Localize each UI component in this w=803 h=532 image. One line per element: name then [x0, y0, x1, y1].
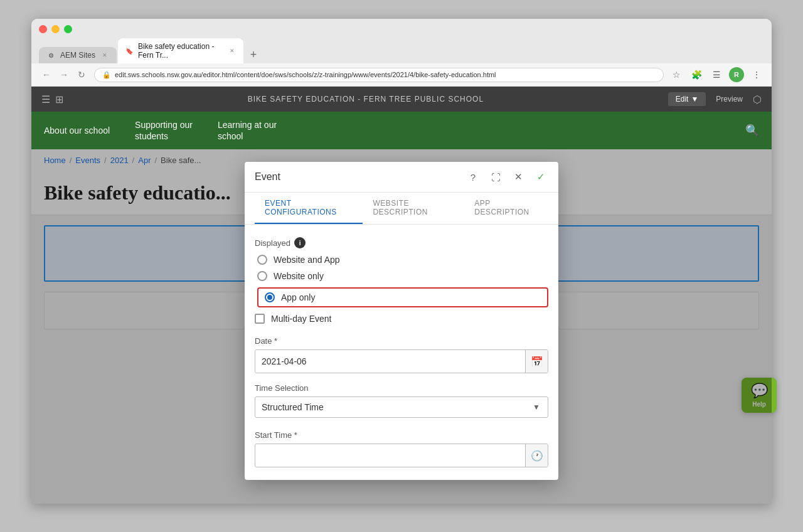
more-options-icon[interactable]: ⋮	[749, 67, 764, 82]
date-input-wrapper: 📅	[255, 349, 548, 373]
time-selection-value: Structured Time	[255, 397, 525, 417]
radio-label-website-only: Website only	[274, 271, 324, 281]
bike-tab-close[interactable]: ✕	[229, 46, 236, 55]
modal-title: Event	[255, 171, 280, 183]
radio-app-only-wrapper: App only	[257, 287, 548, 307]
modal-tabs: EVENT CONFIGURATIONS WEBSITE DESCRIPTION…	[245, 193, 558, 225]
forward-button[interactable]: →	[56, 67, 72, 82]
multiday-label: Multi-day Event	[271, 314, 331, 324]
edit-label: Edit	[676, 95, 689, 104]
displayed-field-group: Displayed i Website and App	[255, 237, 548, 324]
edit-arrow-icon: ▼	[691, 95, 698, 104]
clock-icon[interactable]: 🕐	[525, 444, 548, 467]
start-time-input[interactable]	[255, 445, 525, 466]
modal-header: Event ? ⛶ ✕ ✓	[245, 162, 558, 193]
start-time-input-wrapper: 🕐	[255, 444, 548, 467]
sidebar-toggle-icon[interactable]: ☰	[41, 93, 50, 105]
bike-tab-label: Bike safety education - Fern Tr...	[138, 42, 224, 60]
aem-tab-label: AEM Sites	[60, 51, 95, 60]
time-selection-label: Time Selection	[255, 383, 548, 393]
settings-icon[interactable]: ⊞	[55, 93, 63, 105]
url-text: edit.sws.schools.nsw.gov.au/editor.html/…	[115, 71, 496, 78]
radio-inner-app-only	[267, 295, 272, 300]
toolbar-right: ☆ 🧩 ☰ R ⋮	[669, 67, 764, 82]
browser-window: ⚙ AEM Sites ✕ 🔖 Bike safety education - …	[31, 19, 772, 504]
cms-toolbar-left: ☰ ⊞	[41, 93, 63, 105]
date-label: Date *	[255, 336, 548, 346]
traffic-lights	[39, 25, 764, 33]
user-avatar[interactable]: R	[729, 67, 744, 82]
bookmark-icon[interactable]: ☆	[669, 67, 684, 82]
radio-app-only[interactable]: App only	[265, 292, 315, 302]
radio-label-website-and-app: Website and App	[274, 255, 340, 265]
date-field: Date * 📅	[255, 336, 548, 373]
new-tab-button[interactable]: +	[245, 46, 262, 63]
cms-toolbar: ☰ ⊞ BIKE SAFETY EDUCATION - FERN TREE PU…	[31, 87, 772, 112]
refresh-button[interactable]: ↻	[74, 67, 89, 82]
displayed-label: Displayed i	[255, 237, 548, 248]
tabs-bar: ⚙ AEM Sites ✕ 🔖 Bike safety education - …	[39, 38, 764, 63]
info-icon[interactable]: i	[294, 237, 306, 248]
maximize-window-button[interactable]	[64, 25, 72, 33]
search-icon[interactable]: 🔍	[745, 124, 759, 137]
tab-website-description[interactable]: WEBSITE DESCRIPTION	[363, 193, 464, 224]
modal-overlay: Event ? ⛶ ✕ ✓ EVENT CONFIGURATIONS WEBSI…	[31, 149, 772, 504]
share-icon[interactable]: ⬡	[753, 93, 762, 105]
radio-circle-app-only	[265, 292, 275, 302]
checkbox-box-multiday	[255, 314, 265, 324]
time-selection-field: Time Selection Structured Time ▼	[255, 383, 548, 418]
lock-icon: 🔒	[102, 71, 111, 79]
modal-header-icons: ? ⛶ ✕ ✓	[465, 169, 548, 184]
nav-buttons: ← → ↻	[39, 67, 89, 82]
nav-item-about[interactable]: About our school	[44, 120, 110, 141]
radio-circle-website-only	[257, 271, 267, 281]
aem-tab-close[interactable]: ✕	[100, 51, 109, 60]
event-modal: Event ? ⛶ ✕ ✓ EVENT CONFIGURATIONS WEBSI…	[245, 162, 558, 480]
calendar-icon[interactable]: 📅	[525, 350, 548, 373]
confirm-modal-button[interactable]: ✓	[533, 169, 548, 184]
browser-tab-aem[interactable]: ⚙ AEM Sites ✕	[39, 47, 117, 63]
nav-item-supporting[interactable]: Supporting ourstudents	[135, 114, 193, 147]
tab-event-configurations[interactable]: EVENT CONFIGURATIONS	[255, 193, 363, 224]
page-content: Home / Events / 2021 / Apr / Bike safe..…	[31, 149, 772, 504]
school-nav: About our school Supporting ourstudents …	[31, 112, 772, 149]
start-time-label: Start Time *	[255, 430, 548, 440]
radio-group-displayed: Website and App Website only	[257, 255, 548, 307]
nav-item-learning[interactable]: Learning at ourschool	[218, 114, 277, 147]
close-modal-button[interactable]: ✕	[511, 169, 526, 184]
radio-label-app-only: App only	[281, 292, 315, 302]
close-window-button[interactable]	[39, 25, 47, 33]
help-modal-button[interactable]: ?	[465, 169, 481, 184]
fullscreen-modal-button[interactable]: ⛶	[488, 169, 503, 184]
back-button[interactable]: ←	[39, 67, 54, 82]
start-time-field: Start Time * 🕐	[255, 430, 548, 467]
date-input[interactable]	[255, 351, 525, 371]
bike-favicon: 🔖	[125, 46, 133, 55]
multiday-checkbox[interactable]: Multi-day Event	[255, 314, 548, 324]
radio-website-only[interactable]: Website only	[257, 271, 548, 281]
time-selection-select[interactable]: Structured Time ▼	[255, 396, 548, 418]
browser-tab-bike[interactable]: 🔖 Bike safety education - Fern Tr... ✕	[118, 38, 243, 63]
tab-app-description[interactable]: APP DESCRIPTION	[464, 193, 548, 224]
radio-circle-website-and-app	[257, 255, 267, 265]
cms-page-title: BIKE SAFETY EDUCATION - FERN TREE PUBLIC…	[248, 95, 484, 104]
profile-icon[interactable]: ☰	[709, 67, 724, 82]
minimize-window-button[interactable]	[51, 25, 60, 33]
extension-icon[interactable]: 🧩	[689, 67, 704, 82]
chevron-down-icon: ▼	[525, 403, 548, 412]
preview-button[interactable]: Preview	[716, 95, 743, 104]
title-bar: ⚙ AEM Sites ✕ 🔖 Bike safety education - …	[31, 19, 772, 63]
modal-body: Displayed i Website and App	[245, 225, 558, 480]
aem-favicon: ⚙	[46, 51, 55, 60]
url-bar[interactable]: 🔒 edit.sws.schools.nsw.gov.au/editor.htm…	[94, 68, 664, 82]
edit-button[interactable]: Edit ▼	[668, 92, 706, 106]
cms-toolbar-right: Edit ▼ Preview ⬡	[668, 92, 762, 106]
radio-website-and-app[interactable]: Website and App	[257, 255, 548, 265]
address-bar: ← → ↻ 🔒 edit.sws.schools.nsw.gov.au/edit…	[31, 63, 772, 87]
